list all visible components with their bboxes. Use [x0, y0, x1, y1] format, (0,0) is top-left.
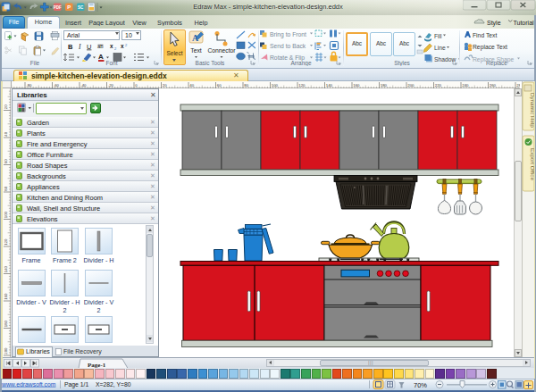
svg-text:200: 200 [407, 83, 415, 88]
svg-text:x: x [110, 43, 113, 49]
svg-text:60: 60 [4, 159, 8, 163]
svg-text:Rotate & Flip: Rotate & Flip [270, 54, 305, 62]
svg-text:-80: -80 [26, 83, 32, 88]
svg-text:80: 80 [244, 83, 248, 88]
svg-text:140: 140 [326, 83, 333, 88]
svg-text:160: 160 [4, 293, 8, 300]
svg-text:A: A [98, 53, 104, 61]
svg-text:Send to Back: Send to Back [270, 43, 306, 49]
svg-text:280: 280 [516, 83, 520, 88]
svg-text:B: B [68, 43, 73, 51]
svg-text:Page-1: Page-1 [88, 361, 106, 368]
svg-text:20: 20 [4, 104, 8, 109]
svg-text:260: 260 [490, 83, 497, 88]
svg-text:120: 120 [298, 83, 306, 88]
svg-text:Shadow: Shadow [434, 56, 456, 63]
svg-text:Line: Line [434, 45, 446, 51]
svg-text:Connector: Connector [207, 47, 236, 54]
svg-text:100: 100 [272, 83, 279, 88]
svg-text:2: 2 [125, 43, 128, 47]
svg-text:140: 140 [4, 265, 8, 272]
svg-text:Tutorial: Tutorial [514, 20, 535, 26]
svg-text:I: I [78, 43, 81, 51]
svg-text:ab: ab [97, 44, 104, 49]
svg-text:Fill: Fill [434, 33, 442, 39]
svg-text:160: 160 [353, 83, 360, 88]
svg-text:Style: Style [487, 20, 501, 27]
svg-text:60: 60 [217, 83, 222, 88]
svg-text:100: 100 [4, 211, 8, 218]
svg-text:240: 240 [462, 83, 469, 88]
svg-text:20: 20 [163, 83, 167, 88]
svg-text:40: 40 [189, 83, 194, 88]
svg-text:180: 180 [4, 320, 8, 327]
svg-text:Find Text: Find Text [473, 32, 497, 38]
svg-text:80: 80 [4, 186, 8, 190]
svg-text:120: 120 [4, 238, 8, 246]
svg-text:-20: -20 [108, 83, 114, 88]
svg-text:Bring to Front: Bring to Front [270, 31, 306, 38]
svg-text:70%: 70% [414, 381, 427, 389]
svg-text:-60: -60 [54, 83, 60, 88]
svg-text:180: 180 [381, 83, 388, 88]
svg-text:40: 40 [4, 131, 8, 136]
svg-text:Replace Text: Replace Text [473, 44, 507, 51]
svg-text:-40: -40 [80, 83, 87, 88]
svg-text:2: 2 [114, 46, 117, 51]
svg-text:200: 200 [4, 347, 8, 354]
svg-text:Text: Text [190, 47, 202, 54]
svg-text:Replace Shape: Replace Shape [473, 56, 514, 63]
svg-text:U: U [87, 43, 91, 51]
svg-text:220: 220 [435, 83, 442, 88]
svg-text:x: x [121, 43, 124, 49]
